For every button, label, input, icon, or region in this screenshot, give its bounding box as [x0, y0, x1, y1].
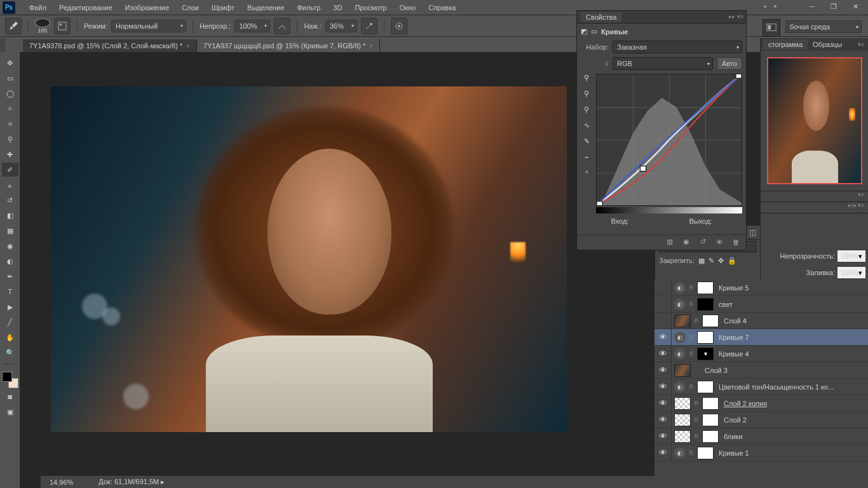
menu-3d[interactable]: 3D [327, 4, 348, 11]
filter-smart-icon[interactable]: ◫ [749, 228, 756, 237]
lasso-tool[interactable]: ◯ [2, 86, 18, 100]
link-icon[interactable]: ⎘ [688, 449, 695, 456]
layer-name[interactable]: блики [721, 433, 868, 440]
properties-panel-header[interactable]: Свойства ▸▸ ▾≡ [577, 11, 746, 24]
channel-select[interactable]: RGB [613, 57, 713, 70]
opacity-pressure-button[interactable] [274, 18, 290, 34]
lock-position-icon[interactable]: ✥ [718, 257, 724, 265]
clip-to-layer-icon[interactable]: ▥ [665, 237, 675, 247]
pen-tool[interactable]: ✒ [2, 269, 18, 283]
flow-field[interactable]: 36% [325, 20, 357, 32]
visibility-icon[interactable]: 👁 [657, 431, 668, 441]
histogram-options-icon[interactable]: ᴬ [585, 169, 588, 177]
layer-row[interactable]: ◐⎘свет [654, 296, 868, 313]
mask-thumb[interactable] [697, 281, 714, 294]
close-button[interactable]: ✕ [845, 0, 865, 13]
collapsed-panel-grip[interactable]: ▾≡ [761, 191, 868, 202]
layer-fill-field[interactable]: 100%▾ [837, 267, 865, 278]
screenmode-button[interactable]: ▣ [2, 405, 18, 419]
workspace-select[interactable]: бочая среда▾ [785, 20, 862, 33]
lock-all-icon[interactable]: 🔒 [728, 257, 736, 265]
mask-thumb[interactable] [697, 381, 714, 393]
mask-thumb[interactable] [702, 397, 719, 410]
brush-preview-icon[interactable] [35, 18, 50, 27]
panel-menu-icon[interactable]: ▸▸ ▾≡ [729, 13, 743, 20]
quickmask-button[interactable]: ◙ [2, 390, 18, 403]
collapsed-panel-grip[interactable]: ▸|◂ ▾≡ [761, 202, 868, 214]
properties-tab[interactable]: Свойства [581, 12, 621, 22]
layer-row[interactable]: 👁⎘блики [654, 428, 868, 445]
menu-select[interactable]: Выделение [241, 4, 290, 11]
blend-mode-select[interactable]: Нормальный [111, 20, 186, 32]
auto-button[interactable]: Авто [717, 57, 742, 70]
layer-row[interactable]: 👁⎘Слой 2 [654, 412, 868, 428]
panel-menu-icon[interactable]: ▾≡ [858, 41, 864, 48]
blur-tool[interactable]: ◉ [2, 239, 18, 253]
menu-help[interactable]: Справка [422, 4, 462, 11]
layer-row[interactable]: 👁⎘Слой 2 копия [654, 395, 868, 412]
move-tool[interactable]: ✥ [2, 56, 18, 70]
mask-thumb[interactable] [702, 414, 719, 426]
layer-row[interactable]: 👁◐⎘Кривые 1 [654, 445, 868, 461]
doc-info[interactable]: Док: 61,1M/691,5M ▸ [98, 478, 165, 486]
tab-swatches[interactable]: Образцы [808, 39, 847, 50]
layer-row[interactable]: 👁◐⎘Цветовой тон/Насыщенность 1 ко... [654, 379, 868, 395]
menu-type[interactable]: Шрифт [205, 4, 241, 11]
close-icon[interactable]: × [186, 43, 190, 50]
menu-window[interactable]: Окно [393, 4, 423, 11]
eraser-tool[interactable]: ◧ [2, 208, 18, 222]
link-icon[interactable]: ⎘ [688, 334, 695, 341]
navigator-preview[interactable] [761, 51, 868, 191]
visibility-icon[interactable]: 👁 [657, 382, 668, 391]
eyedropper-tool[interactable]: ⚲ [2, 132, 18, 146]
curves-graph[interactable] [596, 74, 742, 206]
layer-name[interactable]: Кривые 4 [716, 350, 868, 358]
close-icon[interactable]: × [369, 43, 373, 50]
menu-view[interactable]: Просмотр [348, 4, 393, 11]
finger-tool-icon[interactable]: ☟ [581, 60, 609, 68]
zoom-value[interactable]: 14,96% [50, 478, 73, 486]
mask-thumb[interactable] [702, 315, 719, 327]
path-select-tool[interactable]: ▶ [2, 300, 18, 314]
layer-thumb[interactable] [674, 364, 691, 377]
preset-select[interactable]: Заказная [613, 41, 742, 53]
tab-well-grip[interactable] [0, 38, 5, 52]
eyedropper-black-icon[interactable]: ⚲ [584, 74, 589, 82]
mask-thumb[interactable] [702, 430, 719, 443]
layer-row[interactable]: 👁Слой 3 [654, 362, 868, 379]
lock-transparency-icon[interactable]: ▦ [698, 257, 705, 265]
layer-thumb[interactable] [674, 397, 691, 410]
layer-name[interactable]: Слой 3 [702, 367, 868, 374]
visibility-icon[interactable]: 👁 [657, 448, 668, 458]
view-previous-icon[interactable]: ◉ [681, 237, 691, 247]
document-tab-1[interactable]: 7Y1A937 щщщщ8.psd @ 15% (Кривые 7, RGB/8… [197, 39, 380, 52]
maximize-button[interactable]: ❐ [824, 0, 844, 13]
layer-name[interactable]: Слой 4 [721, 317, 868, 325]
layer-name[interactable]: Кривые 7 [716, 334, 868, 341]
visibility-icon[interactable]: 👁 [657, 332, 668, 342]
layer-row[interactable]: ◐⎘Кривые 5 [654, 280, 868, 296]
airbrush-button[interactable] [361, 18, 377, 34]
menu-edit[interactable]: Редактирование [53, 4, 119, 11]
link-icon[interactable]: ⎘ [693, 416, 700, 423]
mask-thumb[interactable] [697, 447, 714, 459]
hand-tool[interactable]: ✋ [2, 330, 18, 344]
history-brush-tool[interactable]: ↺ [2, 193, 18, 207]
eyedropper-white-icon[interactable]: ⚲ [584, 105, 589, 114]
gradient-ramp[interactable] [596, 207, 742, 214]
visibility-icon[interactable]: 👁 [714, 237, 724, 247]
crop-tool[interactable]: ⌗ [2, 117, 18, 131]
link-icon[interactable]: ⎘ [688, 284, 695, 291]
dodge-tool[interactable]: ◐ [2, 254, 18, 268]
link-icon[interactable]: ⎘ [693, 317, 700, 324]
shape-tool[interactable]: ╱ [2, 315, 18, 329]
eyedropper-gray-icon[interactable]: ⚲ [584, 90, 589, 98]
mask-thumb[interactable] [697, 331, 714, 344]
menu-layer[interactable]: Слои [175, 4, 205, 11]
layer-name[interactable]: свет [716, 301, 868, 308]
layer-row[interactable]: 👁◐⎘▾Кривые 4 [654, 346, 868, 362]
color-swatch[interactable] [2, 372, 18, 388]
menu-image[interactable]: Изображение [119, 4, 175, 11]
visibility-icon[interactable]: 👁 [657, 365, 668, 375]
healing-tool[interactable]: ✚ [2, 147, 18, 161]
